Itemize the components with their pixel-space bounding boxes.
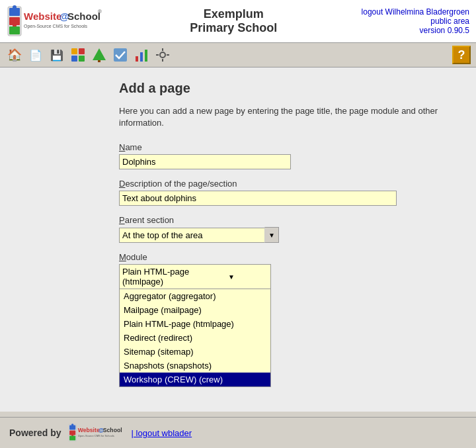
parent-select-button[interactable]: ▼ — [264, 227, 279, 243]
module-label-rest: odule — [126, 252, 147, 262]
svg-rect-5 — [9, 26, 20, 34]
settings-icon[interactable] — [153, 46, 172, 64]
svg-text:School: School — [102, 427, 122, 433]
module-selected-value: Plain HTML-page (htmlpage) — [122, 267, 195, 287]
svg-rect-16 — [98, 60, 100, 62]
module-dropdown-arrow[interactable]: ▼ — [195, 273, 268, 281]
description-input[interactable] — [119, 191, 397, 206]
svg-rect-28 — [71, 424, 73, 426]
version-text: version 0.90.5 — [362, 26, 469, 35]
chart-icon[interactable] — [132, 46, 151, 64]
module-options-list: Aggregator (aggregator) Mailpage (mailpa… — [119, 289, 271, 387]
svg-rect-31 — [69, 436, 75, 441]
svg-rect-18 — [136, 56, 138, 62]
module-option-sitemap[interactable]: Sitemap (sitemap) — [120, 345, 270, 359]
svg-rect-13 — [71, 56, 77, 62]
name-label: Name — [119, 142, 456, 152]
desc-label-underline: D — [119, 179, 125, 189]
content-area: Add a page Here you can add a new page b… — [0, 67, 476, 312]
svg-rect-11 — [71, 48, 77, 54]
svg-rect-14 — [79, 56, 85, 62]
svg-text:Open-Source CMS for Schools: Open-Source CMS for Schools — [24, 24, 88, 29]
svg-text:Website: Website — [24, 11, 61, 22]
svg-text:®: ® — [98, 9, 102, 15]
module-option-snapshots[interactable]: Snapshots (snapshots) — [120, 359, 270, 373]
parent-field-group: Parent section ▼ — [119, 215, 456, 243]
name-label-underline: N — [119, 142, 125, 152]
save-icon[interactable]: 💾 — [48, 46, 66, 64]
parent-label: Parent section — [119, 215, 456, 225]
svg-rect-20 — [145, 50, 147, 62]
svg-text:School: School — [67, 11, 100, 22]
module-label: Module — [119, 252, 456, 262]
parent-label-underline: P — [119, 215, 125, 225]
module-selected-display[interactable]: Plain HTML-page (htmlpage) ▼ — [119, 264, 271, 289]
module-option-mailpage[interactable]: Mailpage (mailpage) — [120, 303, 270, 317]
module-option-aggregator[interactable]: Aggregator (aggregator) — [120, 289, 270, 303]
website-at-school-logo: Website @ School Open-Source CMS for Sch… — [7, 4, 106, 38]
svg-text:Website: Website — [77, 427, 99, 433]
svg-rect-19 — [140, 52, 143, 62]
module-option-redirect[interactable]: Redirect (redirect) — [120, 331, 270, 345]
description-label: Description of the page/section — [119, 179, 456, 189]
svg-marker-15 — [93, 48, 106, 60]
main-content: Add a page Here you can add a new page b… — [0, 67, 476, 412]
site-name: Exemplum — [106, 7, 362, 21]
powered-by-label: Powered by — [9, 427, 61, 438]
checkmark-icon[interactable] — [111, 46, 130, 64]
page-icon[interactable]: 📄 — [26, 46, 45, 64]
svg-rect-12 — [79, 48, 85, 54]
footer-logo: Website @ School Open-Source CMS for Sch… — [67, 423, 126, 443]
module-label-underline: M — [119, 252, 126, 262]
name-field-group: Name — [119, 142, 456, 169]
user-info: logout Wilhelmina Bladergroen public are… — [362, 7, 469, 35]
area-text: public area — [362, 17, 469, 26]
module-dropdown-container: Plain HTML-page (htmlpage) ▼ Aggregator … — [119, 264, 271, 289]
header: Website @ School Open-Source CMS for Sch… — [0, 0, 476, 43]
module-option-htmlpage[interactable]: Plain HTML-page (htmlpage) — [120, 317, 270, 331]
parent-label-rest: arent section — [125, 215, 174, 225]
parent-select-input[interactable] — [119, 228, 264, 243]
site-subtitle: Primary School — [106, 21, 362, 35]
footer-logout-link[interactable]: | logout wblader — [132, 428, 192, 438]
parent-select-container: ▼ — [119, 227, 456, 243]
tree-icon[interactable] — [90, 46, 108, 64]
toolbar: 🏠 📄 💾 — [0, 43, 476, 67]
svg-point-21 — [160, 52, 165, 58]
puzzle-icon[interactable] — [69, 46, 87, 64]
page-description: Here you can add a new page by entering … — [119, 105, 456, 129]
page-title: Add a page — [119, 81, 456, 96]
module-option-crew[interactable]: Workshop (CREW) (crew) — [120, 373, 270, 386]
svg-text:Open-Source CMS for Schools: Open-Source CMS for Schools — [77, 434, 114, 437]
help-icon[interactable]: ? — [452, 46, 471, 64]
module-field-group: Module Plain HTML-page (htmlpage) ▼ Aggr… — [119, 252, 456, 289]
footer: Powered by Website @ School Open-Source … — [0, 417, 476, 448]
desc-label-rest: escription of the page/section — [125, 179, 237, 189]
logo-area: Website @ School Open-Source CMS for Sch… — [7, 4, 106, 38]
name-input[interactable] — [119, 154, 291, 169]
name-label-rest: ame — [125, 142, 141, 152]
svg-rect-2 — [13, 5, 17, 9]
description-field-group: Description of the page/section — [119, 179, 456, 206]
logout-link[interactable]: logout Wilhelmina Bladergroen — [362, 7, 469, 17]
site-title: Exemplum Primary School — [106, 7, 362, 35]
home-icon[interactable]: 🏠 — [5, 46, 24, 64]
